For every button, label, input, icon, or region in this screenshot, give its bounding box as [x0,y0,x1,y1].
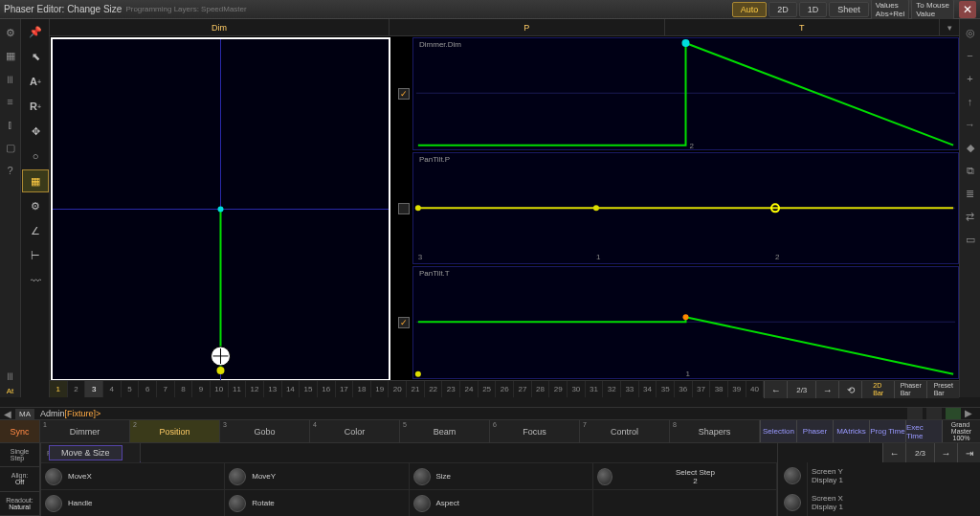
command-line[interactable]: ◀ MA Admin[Fixture]> ▶ [0,407,980,420]
peak-marker[interactable] [681,39,689,47]
step-34[interactable]: 34 [639,381,657,397]
step-8[interactable]: 8 [175,381,193,397]
step-9[interactable]: 9 [192,381,211,397]
arrow-right-icon[interactable]: → [962,116,979,133]
move-size-tab[interactable]: Move & Size [49,445,122,460]
side-selection[interactable]: Selection [760,420,796,442]
step-22[interactable]: 22 [425,381,443,397]
graph-pantilt-p[interactable]: PanTilt.P 3 1 2 [412,152,959,265]
step-39[interactable]: 39 [728,381,746,397]
knob-icon[interactable] [597,468,612,485]
copy-icon[interactable]: ⧉ [962,162,979,179]
tune-icon[interactable]: ⫼ [2,367,19,384]
step-37[interactable]: 37 [693,381,711,397]
encoder-rotate[interactable]: Rotate [225,489,409,516]
cmd-icon-2[interactable] [926,408,942,419]
knob-icon[interactable] [229,468,246,485]
ma-badge[interactable]: MA [15,409,34,419]
checkbox-pantilt-t[interactable]: ✓ [398,317,410,328]
align-button[interactable]: Align:Off [0,467,39,491]
step-15[interactable]: 15 [300,381,318,397]
enc-collapse-icon[interactable]: ⇥ [957,443,980,462]
step-1[interactable]: 1 [50,381,68,397]
settings-icon[interactable]: ⚙ [22,194,49,217]
step-26[interactable]: 26 [496,381,514,397]
sync-button[interactable]: Sync [0,420,40,442]
bars-icon[interactable]: ≡ [2,93,19,110]
filter-icon[interactable]: ▾ [940,19,959,35]
step-32[interactable]: 32 [603,381,621,397]
step-21[interactable]: 21 [407,381,425,397]
step-13[interactable]: 13 [264,381,282,397]
step-12[interactable]: 12 [246,381,264,397]
encoder-size[interactable]: Size [410,462,593,489]
knee-marker[interactable] [682,315,688,321]
help-icon[interactable]: ? [2,162,19,179]
bar-phaser-button[interactable]: Phaser Bar [894,381,926,398]
view-2d-button[interactable]: 2D [768,2,797,17]
gear-icon[interactable]: ⚙ [2,24,19,41]
plus-icon[interactable]: + [962,70,979,87]
step-7[interactable]: 7 [157,381,175,397]
encoder-aspect[interactable]: Aspect [410,489,593,516]
diamond-icon[interactable]: ◆ [962,139,979,156]
step-18[interactable]: 18 [353,381,371,397]
encoder-movex[interactable]: MoveX [41,462,225,489]
enc-prev-button[interactable]: ← [882,443,905,462]
side-progtime[interactable]: Prog Time [869,420,905,442]
step-5[interactable]: 5 [122,381,140,397]
single-step-button[interactable]: Single Step [0,443,39,467]
view-1d-button[interactable]: 1D [799,2,828,17]
graph-dimmer-dim[interactable]: ✓ Dimmer.Dim 2 [412,37,959,150]
attr-position[interactable]: 2Position [130,420,220,442]
layers-icon[interactable]: ▭ [962,231,979,248]
monitor-icon[interactable]: ▢ [2,139,19,156]
knob-icon[interactable] [229,495,246,512]
step-35[interactable]: 35 [657,381,675,397]
target-icon[interactable]: ◎ [962,24,979,41]
step-23[interactable]: 23 [442,381,460,397]
timeline-next-button[interactable]: → [815,381,838,398]
bar-2d-button[interactable]: 2D Bar [861,381,894,398]
tab-p[interactable]: P [390,19,665,35]
list-icon[interactable]: ≣ [962,185,979,202]
angle-icon[interactable]: ∠ [22,219,49,242]
side-exectime[interactable]: Exec Time [905,420,942,442]
step-20[interactable]: 20 [389,381,407,397]
step-33[interactable]: 33 [621,381,639,397]
sliders-icon[interactable]: ⫼ [2,70,19,87]
pin-icon[interactable]: 📌 [22,20,49,43]
encoder-handle[interactable]: Handle [41,489,225,516]
screen-knob-x[interactable] [778,489,807,516]
attr-shapers[interactable]: 8Shapers [670,420,760,442]
timeline-link-icon[interactable]: ⟲ [838,381,861,398]
tab-t[interactable]: T [665,19,941,35]
step-36[interactable]: 36 [675,381,693,397]
step-29[interactable]: 29 [549,381,568,397]
step-19[interactable]: 19 [371,381,390,397]
step-14[interactable]: 14 [282,381,301,397]
timeline-prev-button[interactable]: ← [764,381,787,398]
mirror-icon[interactable]: ⊢ [22,244,49,267]
enc-next-button[interactable]: → [934,443,957,462]
close-button[interactable]: ✕ [959,1,976,18]
move-icon[interactable]: ✥ [22,120,49,143]
grand-master[interactable]: Grand Master100% [942,420,980,442]
step-6[interactable]: 6 [139,381,157,397]
step-10[interactable]: 10 [211,381,229,397]
step-25[interactable]: 25 [479,381,497,397]
minus-icon[interactable]: − [962,47,979,64]
attr-dimmer[interactable]: 1Dimmer [40,420,130,442]
screen-knob-y[interactable] [778,462,807,489]
arrow-up-icon[interactable]: ↑ [962,93,979,110]
step-30[interactable]: 30 [568,381,586,397]
knob-icon[interactable] [45,468,62,485]
encoder-movey[interactable]: MoveY [225,462,409,489]
values-toggle[interactable]: ValuesAbs+Rel [871,0,909,20]
bar-preset-button[interactable]: Preset Bar [926,381,959,398]
step-38[interactable]: 38 [710,381,728,397]
step-3[interactable]: 3 [85,381,103,397]
graph-pantilt-t[interactable]: ✓ PanTilt.T 1 [412,266,959,379]
side-phaser[interactable]: Phaser [796,420,833,442]
step-11[interactable]: 11 [229,381,247,397]
